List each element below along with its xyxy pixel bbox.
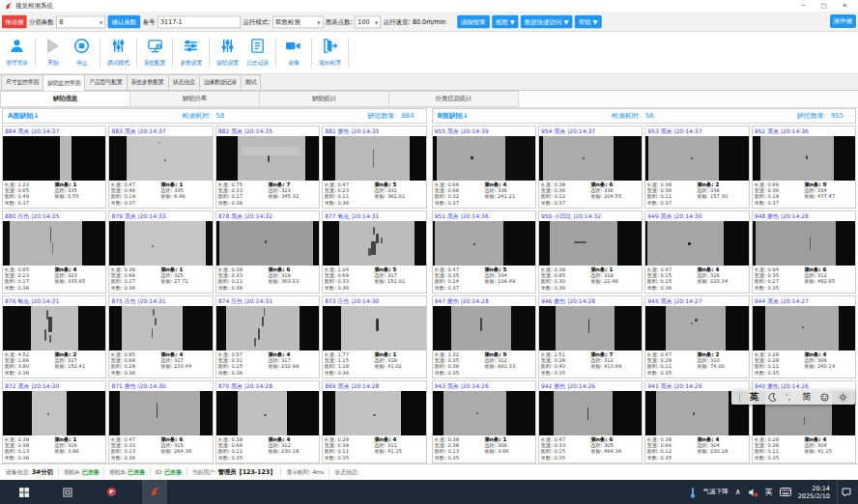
- defect-cell-header[interactable]: 948 擦伤 |20:14:28: [753, 211, 855, 221]
- defect-cell-header[interactable]: 875 压伤 |20:14:31: [109, 296, 212, 306]
- defect-cell[interactable]: 881 擦伤 |20:14:35长度: 0.47宽度: 0.23面积: 0.11…: [322, 126, 426, 209]
- toolbar-button-camera[interactable]: 录像: [279, 32, 308, 73]
- defect-cell[interactable]: 871 擦伤 |20:14:30长度: 0.47宽度: 0.33面积: 0.13…: [108, 380, 213, 463]
- defect-image[interactable]: [323, 136, 425, 181]
- defect-image[interactable]: [323, 391, 425, 435]
- defect-image[interactable]: [109, 136, 212, 181]
- start-button[interactable]: [12, 480, 37, 504]
- panel-title[interactable]: B面缺陷↓: [433, 111, 469, 121]
- defect-cell[interactable]: 952 黑点 |20:14:36长度: 0.66宽度: 0.36面积: 0.19…: [752, 126, 856, 209]
- defect-cell[interactable]: 949 黑点 |20:14:30长度: 0.47宽度: 0.15面积: 0.15…: [644, 210, 749, 294]
- defect-cell[interactable]: 876 氧化 |20:14:31长度: 4.52宽度: 1.66面积: 3.80…: [2, 295, 106, 378]
- defect-cell[interactable]: 946 擦伤 |20:14:28长度: 1.51宽度: 0.28面积: 0.40…: [538, 295, 643, 378]
- clock[interactable]: 20:14 2025/2/10: [798, 485, 830, 500]
- defect-cell-header[interactable]: 879 黑点 |20:14:33: [109, 211, 212, 221]
- defect-image[interactable]: [216, 391, 319, 435]
- defect-image[interactable]: [3, 391, 105, 435]
- defect-cell-header[interactable]: 950 小凹坑 |20:14:32: [539, 211, 642, 221]
- action-center-icon[interactable]: [837, 480, 854, 504]
- defect-cell-header[interactable]: 883 黑点 |20:14:37: [109, 126, 212, 136]
- defect-image[interactable]: [433, 136, 535, 181]
- tab-3[interactable]: 系统参数配置: [127, 74, 169, 90]
- toolbar-button-stop[interactable]: 停止: [68, 32, 97, 73]
- ime-moon-icon[interactable]: [768, 393, 777, 402]
- defect-image[interactable]: [539, 136, 642, 181]
- toolbar-button-sliders-h[interactable]: 参数设置: [176, 32, 206, 73]
- defect-cell[interactable]: 951 黑点 |20:14:36长度: 0.47宽度: 0.35面积: 0.14…: [432, 210, 536, 294]
- taskbar-app-browser-icon[interactable]: [99, 480, 124, 504]
- defect-cell[interactable]: 877 氧化 |20:14:31长度: 1.04宽度: 0.69面积: 0.33…: [322, 210, 426, 294]
- task-view-button[interactable]: [55, 480, 80, 504]
- defect-image[interactable]: [753, 221, 855, 266]
- defect-cell[interactable]: 875 压伤 |20:14:31长度: 0.85宽度: 0.66面积: 0.28…: [108, 295, 213, 378]
- toolbar-button-play[interactable]: 开始: [39, 32, 68, 73]
- ime-item-3[interactable]: 简: [802, 391, 812, 404]
- defect-image[interactable]: [216, 136, 319, 181]
- defect-image[interactable]: [433, 391, 535, 435]
- defect-cell[interactable]: 954 黑点 |20:14:37长度: 0.38宽度: 0.36面积: 0.12…: [538, 126, 643, 209]
- subtab-2[interactable]: 缺陷统计: [259, 91, 389, 107]
- defect-cell-header[interactable]: 949 黑点 |20:14:30: [645, 211, 748, 221]
- defect-cell-header[interactable]: 955 黑点 |20:14:39: [433, 126, 535, 136]
- defect-cell-header[interactable]: 953 黑点 |20:14:37: [645, 126, 748, 136]
- tab-2[interactable]: 产品型号配置: [84, 74, 127, 90]
- defect-cell[interactable]: 947 擦伤 |20:14:28长度: 1.32宽度: 0.35面积: 0.36…: [432, 295, 536, 378]
- defect-image[interactable]: [433, 221, 535, 266]
- chart-points-select[interactable]: 100▼: [355, 15, 381, 28]
- quick-access-menu-button[interactable]: 数据快捷访问 ▼: [521, 14, 572, 28]
- operate-side-button[interactable]: 操作侧: [830, 14, 857, 28]
- defect-cell[interactable]: 880 压伤 |20:14:35长度: 0.85宽度: 0.23面积: 0.17…: [2, 210, 106, 294]
- defect-image[interactable]: [216, 306, 319, 350]
- defect-cell-header[interactable]: 873 压伤 |20:14:30: [323, 296, 425, 306]
- toolbar-button-sliders-v2[interactable]: 缺陷设置: [213, 32, 243, 73]
- defect-image[interactable]: [645, 136, 748, 181]
- defect-cell[interactable]: 883 黑点 |20:14:37长度: 0.47宽度: 0.46面积: 0.19…: [108, 126, 213, 209]
- taskbar-app-detection-icon[interactable]: [142, 480, 167, 504]
- defect-cell-header[interactable]: 946 擦伤 |20:14:28: [539, 296, 642, 306]
- defect-image[interactable]: [3, 221, 105, 266]
- defect-cell[interactable]: 874 压伤 |20:14:31长度: 0.57宽度: 0.31面积: 0.15…: [215, 295, 320, 378]
- defect-image[interactable]: [433, 306, 535, 350]
- defect-image[interactable]: [753, 136, 855, 181]
- defect-cell[interactable]: 950 小凹坑 |20:14:32长度: 0.38宽度: 0.85面积: 0.3…: [538, 210, 643, 294]
- minimize-button[interactable]: ─: [801, 0, 805, 12]
- defect-cell-header[interactable]: 947 擦伤 |20:14:28: [433, 296, 535, 306]
- defect-image[interactable]: [109, 306, 212, 350]
- defect-image[interactable]: [539, 306, 642, 350]
- subtab-3[interactable]: 分类信息统计: [388, 91, 519, 107]
- defect-image[interactable]: [323, 221, 425, 266]
- volume-icon[interactable]: [748, 488, 758, 497]
- defect-cell-header[interactable]: 871 擦伤 |20:14:30: [109, 381, 212, 391]
- roll-input[interactable]: 3117-1: [157, 15, 241, 28]
- defect-cell-header[interactable]: 881 擦伤 |20:14:35: [323, 126, 425, 136]
- defect-cell[interactable]: 872 黑点 |20:14:30长度: 0.38宽度: 0.38面积: 0.13…: [2, 380, 106, 463]
- defect-cell[interactable]: 948 擦伤 |20:14:28长度: 0.94宽度: 0.35面积: 0.27…: [752, 210, 856, 294]
- tray-expand-icon[interactable]: ∧: [735, 488, 741, 496]
- ime-item-0[interactable]: 英: [750, 391, 759, 404]
- ime-smiley-icon[interactable]: [820, 393, 829, 402]
- keyboard-icon[interactable]: [780, 488, 791, 496]
- defect-cell-header[interactable]: 943 黑点 |20:14:26: [433, 381, 535, 391]
- subtab-0[interactable]: 缺陷信息: [0, 91, 130, 107]
- defect-cell-header[interactable]: 882 黑点 |20:14:35: [216, 126, 319, 136]
- defect-image[interactable]: [109, 221, 212, 266]
- weather-text[interactable]: 气温下降: [703, 488, 729, 496]
- view-menu-button[interactable]: 视图 ▼: [492, 14, 519, 28]
- maximize-button[interactable]: ▢: [820, 0, 826, 12]
- ime-gear-icon[interactable]: [839, 393, 847, 402]
- slit-count-select[interactable]: 8▼: [56, 15, 105, 28]
- confirm-count-button[interactable]: 确认条数: [108, 14, 141, 28]
- help-menu-button[interactable]: 帮助 ▼: [575, 14, 602, 28]
- defect-cell-header[interactable]: 877 氧化 |20:14:31: [323, 211, 425, 221]
- defect-cell[interactable]: 945 黑点 |20:14:27长度: 0.47宽度: 0.28面积: 0.11…: [644, 295, 749, 378]
- defect-cell[interactable]: 884 黑点 |20:14:37长度: 1.23宽度: 0.65面积: 0.49…: [2, 126, 106, 209]
- toolbar-button-user[interactable]: 管理登录: [2, 32, 32, 73]
- defect-cell[interactable]: 942 擦伤 |20:14:26长度: 0.47宽度: 0.33面积: 0.15…: [538, 380, 643, 463]
- defect-cell[interactable]: 953 黑点 |20:14:37长度: 0.38宽度: 0.36面积: 0.11…: [644, 126, 749, 209]
- drive-side-button[interactable]: 传动侧: [2, 14, 27, 28]
- defect-cell[interactable]: 944 黑点 |20:14:27长度: 0.28宽度: 0.28面积: 0.11…: [752, 295, 856, 378]
- defect-image[interactable]: [3, 306, 105, 350]
- defect-cell-header[interactable]: 876 氧化 |20:14:31: [3, 296, 105, 306]
- tab-6[interactable]: 测试: [241, 74, 261, 90]
- defect-image[interactable]: [539, 391, 642, 435]
